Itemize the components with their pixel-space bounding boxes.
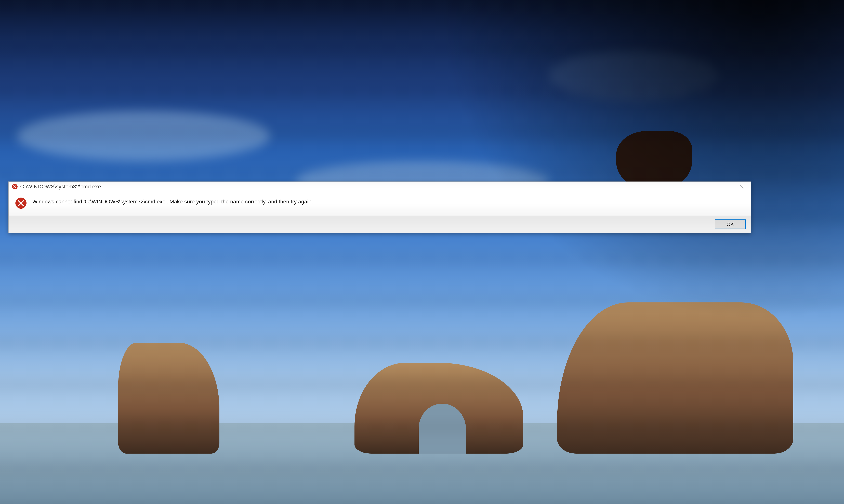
dialog-button-row: OK xyxy=(8,216,751,233)
wallpaper-cloud xyxy=(17,111,270,161)
error-icon xyxy=(15,197,27,209)
dialog-body: Windows cannot find 'C:\WINDOWS\system32… xyxy=(8,192,751,216)
wallpaper-rock-arch xyxy=(354,363,523,454)
wallpaper-cloud xyxy=(549,50,717,101)
dialog-title: C:\WINDOWS\system32\cmd.exe xyxy=(20,183,101,190)
close-icon xyxy=(740,184,744,188)
error-dialog: C:\WINDOWS\system32\cmd.exe Windows cann… xyxy=(8,181,751,233)
dialog-message: Windows cannot find 'C:\WINDOWS\system32… xyxy=(32,197,313,205)
error-icon xyxy=(12,184,18,190)
ok-button[interactable]: OK xyxy=(715,219,745,229)
wallpaper-rock xyxy=(557,302,793,454)
dialog-titlebar[interactable]: C:\WINDOWS\system32\cmd.exe xyxy=(8,182,751,192)
wallpaper-rock xyxy=(118,343,219,454)
close-button[interactable] xyxy=(735,182,749,191)
